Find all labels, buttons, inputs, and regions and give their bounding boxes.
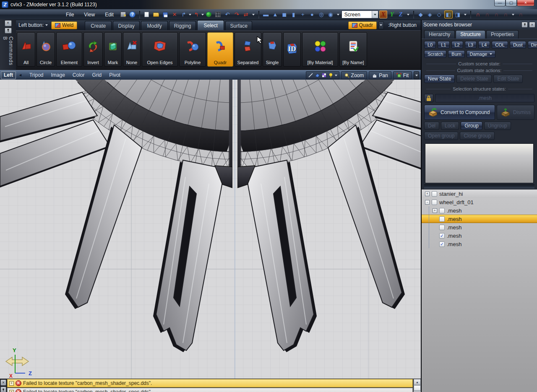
visibility-checkbox[interactable]: ✓ <box>439 233 445 239</box>
weld-button[interactable]: Weld <box>51 21 77 29</box>
scratch-button[interactable]: Scratch <box>424 50 446 58</box>
menu-pivot[interactable]: Pivot <box>105 72 124 78</box>
expander-icon[interactable]: + <box>433 208 437 213</box>
damage-button[interactable]: Damage <box>467 50 496 58</box>
tree-row[interactable]: ✓ .mesh <box>422 231 537 240</box>
tree-row[interactable]: - wheel_drft_01 <box>422 198 537 206</box>
snap-face-icon[interactable]: ∩ <box>501 10 510 18</box>
ribbon-button-open-edges[interactable]: Open Edges <box>142 32 178 67</box>
layer-dust-button[interactable]: Dust <box>510 41 526 49</box>
panel-close-icon[interactable]: × <box>529 22 535 28</box>
quadr-dropdown-icon[interactable] <box>378 21 384 29</box>
visibility-checkbox[interactable] <box>439 216 445 222</box>
ribbon-button-by-material[interactable]: [By Material] <box>302 32 338 67</box>
del-button[interactable]: Del <box>424 122 439 130</box>
snap-vertex-icon[interactable]: ∩ <box>483 10 491 18</box>
new-file-icon[interactable] <box>143 10 151 18</box>
menu-color[interactable]: Color <box>69 72 89 78</box>
ungroup-button[interactable]: Ungroup <box>484 122 511 130</box>
menu-file[interactable]: File <box>61 10 78 19</box>
tab-display[interactable]: Display <box>113 21 140 30</box>
primitive-plane-icon[interactable]: ▬ <box>262 10 270 18</box>
move-tool-icon[interactable]: ◆ <box>417 10 425 18</box>
axis-y-button[interactable]: Y <box>388 10 396 18</box>
refresh-icon[interactable]: ⇄ <box>242 10 250 18</box>
undo-icon[interactable]: ↶ <box>223 10 232 18</box>
tree-row-selected[interactable]: .mesh <box>422 215 537 223</box>
visibility-checkbox[interactable] <box>439 208 445 213</box>
expander-icon[interactable]: - <box>425 200 430 205</box>
more-primitives-icon[interactable] <box>336 10 341 18</box>
snap-settings-icon[interactable]: ∩ <box>516 10 525 18</box>
export-dropdown-icon[interactable] <box>201 14 204 16</box>
panel-splitter[interactable] <box>424 184 534 188</box>
titlebar[interactable]: Z cvlx3 - ZModeler ver 3.1.2 (Build 1123… <box>0 0 537 9</box>
log-message[interactable]: + ✕ Failed to locate texture "carbon_mes… <box>7 388 413 392</box>
combo-dropdown-icon[interactable] <box>372 11 378 18</box>
tab-properties[interactable]: Properties <box>486 30 519 39</box>
import-icon[interactable]: ↱ <box>180 10 188 18</box>
delete-icon[interactable]: ✕ <box>170 10 179 18</box>
active-mode-icon[interactable]: ◧ <box>444 10 453 18</box>
close-group-button[interactable]: Close group <box>460 132 495 140</box>
convert-to-compound-button[interactable]: Convert to Compound <box>424 105 495 120</box>
dismiss-button[interactable]: Dismiss <box>497 105 534 120</box>
primitive-geosphere-icon[interactable]: ◉ <box>326 10 335 18</box>
primitive-axes-icon[interactable]: + <box>299 10 307 18</box>
open-file-icon[interactable] <box>152 10 160 18</box>
axis-more-icon[interactable] <box>406 10 411 18</box>
primitive-torus-icon[interactable]: ◎ <box>317 10 326 18</box>
layer-l2-button[interactable]: L2 <box>451 41 463 49</box>
visibility-checkbox[interactable] <box>432 191 437 197</box>
tab-rigging[interactable]: Rigging <box>169 21 196 30</box>
layer-col-button[interactable]: COL <box>492 41 508 49</box>
left-button-dropdown-icon[interactable] <box>45 24 48 26</box>
commands-pin-icon[interactable] <box>5 28 12 34</box>
primitive-sphere-icon[interactable]: ● <box>308 10 316 18</box>
material-orb-icon[interactable] <box>205 10 213 18</box>
tree-row[interactable]: ✓ .mesh <box>422 240 537 248</box>
zoom-button[interactable]: Zoom <box>341 71 368 79</box>
snap-edge-icon[interactable]: ∩ <box>492 10 501 18</box>
menu-image[interactable]: Image <box>47 72 69 78</box>
commands-close-icon[interactable]: × <box>5 20 12 26</box>
ribbon-button-none[interactable]: None <box>123 32 141 67</box>
layer-l1-button[interactable]: L1 <box>438 41 449 49</box>
axis-z-button[interactable]: Z <box>397 10 405 18</box>
panel-header[interactable]: Scene nodes browser × <box>422 20 537 29</box>
expand-message-icon[interactable]: + <box>9 390 14 392</box>
ribbon-button-polyline[interactable]: Polyline <box>179 32 206 67</box>
tools-more-icon[interactable] <box>463 10 468 18</box>
quadr-mode-button[interactable]: Quadr <box>348 21 377 29</box>
ribbon-button-quadr[interactable]: Quadr <box>207 32 233 67</box>
ribbon-button-element[interactable]: Element <box>56 32 82 67</box>
more-tools-icon[interactable] <box>251 10 256 18</box>
ribbon-button-invert[interactable]: Invert <box>83 32 103 67</box>
lighting-icon[interactable] <box>328 73 334 78</box>
help-icon[interactable]: ? <box>128 10 137 18</box>
tree-row[interactable]: .mesh <box>422 223 537 231</box>
mirror-tool-icon[interactable]: ◨ <box>454 10 462 18</box>
tab-modify[interactable]: Modify <box>141 21 168 30</box>
ribbon-button-by-name[interactable]: [By Name] <box>339 32 367 67</box>
snap-more-icon[interactable] <box>511 10 516 18</box>
import-dropdown-icon[interactable] <box>189 14 191 16</box>
lock-button[interactable]: Lock <box>441 122 459 130</box>
view-prev-icon[interactable]: ◄ <box>18 73 22 77</box>
damage-dropdown-icon[interactable] <box>490 53 492 55</box>
rotate-tool-icon[interactable]: ◈ <box>426 10 434 18</box>
texture-icon[interactable] <box>214 10 222 18</box>
tree-row[interactable]: + .mesh <box>422 206 537 215</box>
lock-state-icon[interactable] <box>424 94 433 102</box>
visibility-checkbox[interactable] <box>439 225 445 230</box>
scroll-thumb[interactable] <box>414 385 421 391</box>
export-icon[interactable]: ↰ <box>192 10 201 18</box>
tab-structure[interactable]: Structure <box>456 30 485 39</box>
pan-button[interactable]: Pan <box>369 71 391 79</box>
tab-select[interactable]: Select <box>197 20 224 30</box>
primitive-cone-icon[interactable]: ▲ <box>271 10 279 18</box>
primitive-cube-icon[interactable]: ◼ <box>280 10 289 18</box>
textured-icon[interactable] <box>321 73 327 78</box>
layer-l3-button[interactable]: L3 <box>465 41 477 49</box>
viewport-3d-canvas[interactable]: Y Z X <box>0 80 421 379</box>
